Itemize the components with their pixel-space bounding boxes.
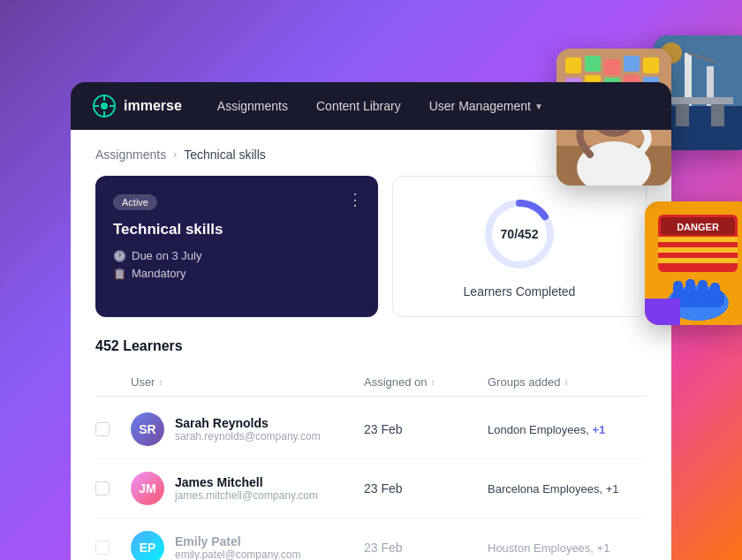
mandatory-label: Mandatory — [132, 267, 186, 280]
svg-rect-33 — [658, 258, 738, 263]
assignment-card: ⋮ Active Technical skills 🕐 Due on 3 Jul… — [95, 176, 378, 317]
svg-rect-11 — [643, 57, 659, 73]
group-plus-1: +1 — [593, 423, 606, 436]
svg-rect-8 — [585, 56, 601, 72]
chevron-down-icon: ▼ — [534, 102, 543, 111]
nav-user-management[interactable]: User Management ▼ — [429, 99, 543, 113]
assigned-on-1: 23 Feb — [364, 422, 488, 436]
row-checkbox-3[interactable] — [95, 541, 110, 555]
svg-rect-37 — [685, 279, 695, 300]
completion-ratio: 70/452 — [501, 227, 539, 241]
status-badge: Active — [113, 194, 157, 210]
user-info-1: Sarah Reynolds sarah.reynolds@company.co… — [175, 416, 321, 443]
user-name-2: James Mitchell — [175, 475, 318, 489]
column-groups-added[interactable]: Groups added ↕ — [488, 375, 647, 389]
user-info-3: Emily Patel emily.patel@company.com — [175, 534, 300, 560]
user-email-3: emily.patel@company.com — [175, 549, 300, 560]
user-email-2: james.mitchell@company.com — [175, 489, 318, 502]
user-cell-2: JM James Mitchell james.mitchell@company… — [131, 472, 364, 505]
main-content: ⋮ Active Technical skills 🕐 Due on 3 Jul… — [71, 176, 671, 560]
navbar: immerse Assignments Content Library User… — [71, 82, 671, 130]
nav-content-library[interactable]: Content Library — [316, 99, 401, 113]
user-name-1: Sarah Reynolds — [175, 416, 321, 430]
table-row: SR Sarah Reynolds sarah.reynolds@company… — [95, 400, 647, 459]
card-meta: 🕐 Due on 3 July 📋 Mandatory — [113, 249, 360, 280]
more-options-button[interactable]: ⋮ — [347, 190, 364, 209]
svg-rect-31 — [658, 237, 738, 242]
svg-text:DANGER: DANGER — [677, 222, 719, 232]
svg-rect-24 — [676, 104, 689, 126]
due-date-label: Due on 3 July — [132, 249, 202, 262]
svg-rect-39 — [710, 283, 720, 300]
svg-rect-10 — [624, 56, 640, 72]
groups-2: Barcelona Employees, +1 — [488, 482, 647, 496]
svg-rect-36 — [673, 281, 683, 300]
stats-card: 70/452 Learners Completed — [392, 176, 647, 317]
svg-rect-32 — [658, 247, 738, 253]
nav-assignments[interactable]: Assignments — [217, 99, 288, 113]
svg-rect-38 — [698, 280, 708, 300]
avatar-1: SR — [131, 412, 164, 446]
svg-rect-40 — [645, 299, 680, 325]
logo[interactable]: immerse — [92, 94, 182, 118]
sort-user-icon: ↕ — [158, 377, 163, 387]
learners-title: 452 Learners — [95, 338, 647, 354]
nav-links: Assignments Content Library User Managem… — [217, 99, 650, 113]
user-info-2: James Mitchell james.mitchell@company.co… — [175, 475, 318, 502]
sort-groups-icon: ↕ — [564, 377, 568, 387]
column-user[interactable]: User ↕ — [131, 375, 364, 389]
user-email-1: sarah.reynolds@company.com — [175, 430, 321, 443]
column-assigned-on[interactable]: Assigned on ↕ — [364, 375, 488, 389]
breadcrumb-separator: › — [173, 148, 177, 161]
svg-point-42 — [101, 102, 108, 110]
svg-rect-9 — [604, 59, 620, 75]
calendar-icon: 📋 — [113, 268, 126, 280]
logo-text: immerse — [124, 98, 182, 114]
breadcrumb-current: Technical skills — [184, 148, 266, 162]
table-row: EP Emily Patel emily.patel@company.com 2… — [95, 518, 647, 560]
user-cell-1: SR Sarah Reynolds sarah.reynolds@company… — [131, 412, 364, 446]
card-title: Technical skills — [113, 221, 360, 238]
table-header: User ↕ Assigned on ↕ Groups added ↕ — [95, 368, 647, 397]
clock-icon: 🕐 — [113, 250, 126, 262]
row-checkbox-1[interactable] — [95, 422, 110, 436]
table-row: JM James Mitchell james.mitchell@company… — [95, 459, 647, 518]
row-checkbox-2[interactable] — [95, 481, 110, 496]
float-image-safety: DANGER — [645, 201, 742, 325]
logo-icon — [92, 94, 117, 118]
svg-rect-22 — [671, 97, 733, 104]
svg-rect-7 — [565, 57, 581, 73]
groups-1: London Employees, +1 — [488, 423, 647, 436]
mandatory-item: 📋 Mandatory — [113, 267, 360, 280]
cards-row: ⋮ Active Technical skills 🕐 Due on 3 Jul… — [95, 176, 647, 317]
donut-chart: 70/452 — [480, 194, 559, 274]
stats-label: Learners Completed — [464, 284, 576, 299]
content-area: Assignments › Technical skills ⋮ Active … — [71, 130, 671, 560]
user-cell-3: EP Emily Patel emily.patel@company.com — [131, 531, 364, 560]
due-date-item: 🕐 Due on 3 July — [113, 249, 360, 262]
sort-assigned-icon: ↕ — [431, 377, 435, 387]
assigned-on-3: 23 Feb — [364, 541, 488, 555]
svg-rect-25 — [711, 104, 724, 126]
breadcrumb-root[interactable]: Assignments — [95, 148, 166, 162]
user-name-3: Emily Patel — [175, 534, 300, 549]
groups-3: Houston Employees, +1 — [488, 541, 647, 555]
assigned-on-2: 23 Feb — [364, 481, 488, 496]
avatar-2: JM — [131, 472, 164, 505]
avatar-3: EP — [131, 531, 164, 560]
